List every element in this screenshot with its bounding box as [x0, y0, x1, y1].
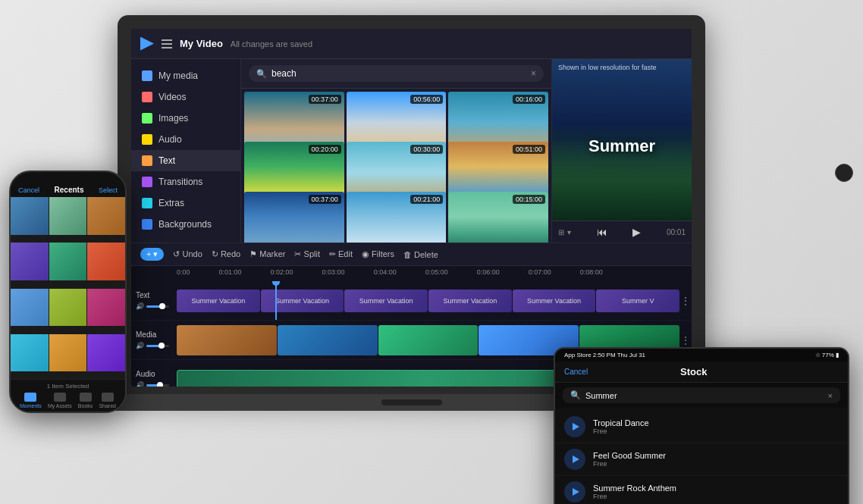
- phone-photo-9[interactable]: [87, 289, 125, 327]
- add-button[interactable]: + ▾: [140, 248, 164, 261]
- media-clip-2[interactable]: [278, 325, 378, 355]
- media-volume-bar[interactable]: [146, 345, 169, 347]
- filters-button[interactable]: ◉ Filters: [362, 249, 394, 259]
- phone-tabs: Moments My Assets Books Shared: [17, 393, 119, 409]
- shared-tab-icon: [102, 393, 114, 402]
- phone-photo-12[interactable]: [87, 334, 125, 372]
- phone-cancel-button[interactable]: Cancel: [18, 186, 39, 194]
- phone-photo-1[interactable]: [11, 197, 49, 235]
- video-duration-9: 00:15:00: [513, 195, 545, 204]
- tropical-dance-info: Tropical Dance Free: [593, 418, 839, 435]
- tablet-search-clear[interactable]: ×: [828, 391, 833, 400]
- phone-select-button[interactable]: Select: [99, 186, 118, 194]
- video-thumb-9[interactable]: 00:15:00: [448, 192, 548, 243]
- video-duration-7: 00:37:00: [309, 195, 341, 204]
- sidebar-item-audio[interactable]: Audio: [131, 129, 240, 150]
- app-main: My media Videos Images Audio: [131, 59, 692, 243]
- phone-photo-4[interactable]: [11, 243, 49, 280]
- skip-back-button[interactable]: ⏮: [597, 226, 607, 238]
- media-track-options[interactable]: ⋮: [679, 334, 692, 346]
- video-thumb-8[interactable]: 00:21:00: [347, 192, 447, 243]
- edit-button[interactable]: ✏ Edit: [329, 249, 353, 259]
- phone-tab-assets[interactable]: My Assets: [48, 393, 72, 409]
- preview-controls: ⊞ ▾ ⏮ ▶ 00:01: [552, 221, 692, 243]
- video-duration-6: 00:51:00: [513, 145, 545, 154]
- redo-button[interactable]: ↻ Redo: [212, 249, 240, 259]
- text-track: Text 🔊 Su: [131, 281, 692, 321]
- phone-tab-books[interactable]: Books: [78, 393, 93, 409]
- text-track-options[interactable]: ⋮: [679, 295, 692, 307]
- phone-photo-7[interactable]: [11, 289, 49, 327]
- sidebar-item-images[interactable]: Images: [131, 108, 240, 129]
- video-duration-4: 00:20:00: [309, 145, 341, 154]
- phone-photo-6[interactable]: [87, 243, 125, 280]
- play-tropical-dance[interactable]: [564, 416, 585, 437]
- media-clip-3[interactable]: [378, 325, 479, 355]
- audio-track-header: Audio 🔊: [131, 367, 177, 387]
- sidebar-item-backgrounds[interactable]: Backgrounds: [131, 214, 240, 235]
- marker-button[interactable]: ⚑ Marker: [249, 249, 285, 259]
- audio-volume-bar[interactable]: [146, 384, 169, 387]
- play-rock-anthem[interactable]: [564, 481, 585, 502]
- laptop-screen: My Video All changes are saved My media …: [131, 29, 692, 387]
- ruler-tick-3: 0:03:00: [322, 268, 345, 276]
- tablet-search-wrap[interactable]: 🔍 ×: [563, 387, 840, 403]
- text-clip-3[interactable]: Summer Vacation: [344, 290, 428, 312]
- video-thumb-7[interactable]: 00:37:00: [244, 192, 344, 243]
- sidebar-item-transitions[interactable]: Transitions: [131, 171, 240, 193]
- sidebar-item-my-media[interactable]: My media: [131, 65, 240, 86]
- assets-tab-icon: [54, 393, 66, 402]
- sidebar-item-text[interactable]: Text: [131, 150, 240, 171]
- search-icon: 🔍: [256, 69, 267, 79]
- tablet-item-feel-good[interactable]: Feel Good Summer Free: [555, 443, 848, 476]
- tablet-header: Cancel Stock placeholder: [555, 362, 848, 383]
- feel-good-name: Feel Good Summer: [593, 451, 839, 460]
- app-logo-icon: [140, 37, 154, 51]
- audio-volume-icon: 🔊: [136, 381, 144, 387]
- phone-tab-shared[interactable]: Shared: [99, 393, 116, 409]
- text-clip-4[interactable]: Summer Vacation: [428, 290, 512, 312]
- text-clip-2[interactable]: Summer Vacation: [261, 290, 344, 312]
- search-input[interactable]: [271, 68, 526, 79]
- split-button[interactable]: ✂ Split: [294, 249, 319, 259]
- sidebar-item-videos[interactable]: Videos: [131, 86, 240, 108]
- feel-good-sub: Free: [593, 460, 839, 468]
- timeline-toolbar: + ▾ ↺ Undo ↻ Redo ⚑ Marker ✂ Split: [131, 243, 692, 266]
- tablet-item-tropical-dance[interactable]: Tropical Dance Free: [555, 411, 848, 443]
- play-pause-button[interactable]: ▶: [632, 226, 641, 238]
- phone-photo-11[interactable]: [49, 334, 87, 372]
- text-clip-1[interactable]: Summer Vacation: [177, 290, 260, 312]
- search-input-wrap[interactable]: 🔍 ×: [249, 65, 544, 82]
- tablet-cancel-button[interactable]: Cancel: [564, 368, 588, 376]
- phone-photo-10[interactable]: [11, 334, 49, 372]
- phone-photo-8[interactable]: [49, 289, 87, 327]
- tablet-item-rock-anthem[interactable]: Summer Rock Anthem Free: [555, 476, 848, 504]
- text-clip-6[interactable]: Summer V: [596, 290, 679, 312]
- search-clear-button[interactable]: ×: [531, 68, 536, 79]
- phone-photo-3[interactable]: [87, 197, 125, 235]
- rock-anthem-name: Summer Rock Anthem: [593, 484, 839, 493]
- sidebar: My media Videos Images Audio: [131, 59, 241, 243]
- sidebar-item-extras[interactable]: Extras: [131, 193, 240, 214]
- video-grid: 00:37:00 00:56:00 00:16:00 00:20:00 00:3: [241, 89, 551, 243]
- app-title: My Video: [180, 38, 223, 49]
- text-clip-5[interactable]: Summer Vacation: [513, 290, 596, 312]
- media-track-header: Media 🔊: [131, 327, 177, 352]
- undo-button[interactable]: ↺ Undo: [173, 249, 202, 259]
- ruler-tick-6: 0:06:00: [477, 268, 500, 276]
- tablet-home-button[interactable]: [835, 164, 853, 182]
- tablet-search-input[interactable]: [585, 391, 824, 400]
- phone-photo-2[interactable]: [49, 197, 87, 235]
- hamburger-icon[interactable]: [162, 39, 172, 49]
- text-volume-bar[interactable]: [146, 305, 169, 308]
- media-clip-1[interactable]: [177, 325, 277, 355]
- phone-tab-moments[interactable]: Moments: [20, 393, 42, 409]
- preview-summer-text: Summer: [552, 136, 692, 156]
- phone-photo-5[interactable]: [49, 243, 87, 280]
- laptop-notch: [381, 399, 442, 405]
- play-feel-good[interactable]: [564, 449, 585, 470]
- delete-button[interactable]: 🗑 Delete: [403, 250, 438, 259]
- media-track-controls: 🔊: [136, 342, 172, 349]
- text-icon: [142, 155, 152, 166]
- playhead[interactable]: [275, 281, 277, 320]
